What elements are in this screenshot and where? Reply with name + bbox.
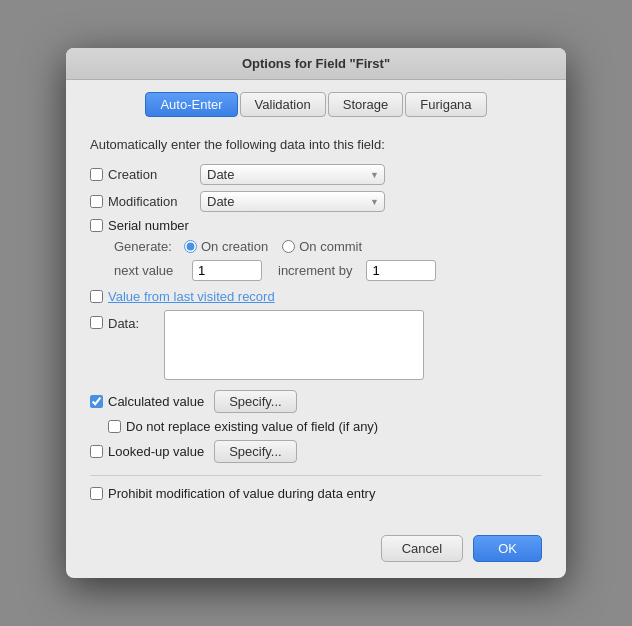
ok-button[interactable]: OK bbox=[473, 535, 542, 562]
button-row: Cancel OK bbox=[66, 529, 566, 578]
modification-select-wrapper: Date Time Timestamp bbox=[200, 191, 385, 212]
visited-checkbox[interactable] bbox=[90, 290, 103, 303]
tab-furigana[interactable]: Furigana bbox=[405, 92, 486, 117]
calculated-value-row: Calculated value Specify... bbox=[90, 390, 542, 413]
do-not-replace-row: Do not replace existing value of field (… bbox=[90, 419, 542, 434]
modification-checkbox[interactable] bbox=[90, 195, 103, 208]
creation-select-wrapper: Date Time Timestamp bbox=[200, 164, 385, 185]
generate-row: Generate: On creation On commit bbox=[90, 239, 542, 254]
title-bar: Options for Field "First" bbox=[66, 48, 566, 80]
visited-label[interactable]: Value from last visited record bbox=[108, 289, 275, 304]
lookup-row: Looked-up value Specify... bbox=[90, 440, 542, 463]
content-area: Automatically enter the following data i… bbox=[66, 127, 566, 529]
tab-auto-enter[interactable]: Auto-Enter bbox=[145, 92, 237, 117]
do-not-replace-label[interactable]: Do not replace existing value of field (… bbox=[90, 419, 378, 434]
calculated-checkbox[interactable] bbox=[90, 395, 103, 408]
specify-calculated-button[interactable]: Specify... bbox=[214, 390, 297, 413]
divider bbox=[90, 475, 542, 476]
creation-row: Creation Date Time Timestamp bbox=[90, 164, 542, 185]
tab-validation[interactable]: Validation bbox=[240, 92, 326, 117]
data-textarea[interactable] bbox=[164, 310, 424, 380]
on-commit-radio-label[interactable]: On commit bbox=[282, 239, 362, 254]
next-value-row: next value increment by bbox=[90, 260, 542, 281]
data-row: Data: bbox=[90, 310, 542, 380]
lookup-checkbox-label[interactable]: Looked-up value bbox=[90, 444, 204, 459]
creation-checkbox-label[interactable]: Creation bbox=[90, 167, 200, 182]
dialog-title: Options for Field "First" bbox=[242, 56, 390, 71]
calculated-checkbox-label[interactable]: Calculated value bbox=[90, 394, 204, 409]
serial-number-row: Serial number bbox=[90, 218, 542, 233]
modification-label: Modification bbox=[108, 194, 177, 209]
serial-number-label[interactable]: Serial number bbox=[90, 218, 189, 233]
prohibit-row: Prohibit modification of value during da… bbox=[90, 486, 542, 501]
creation-label: Creation bbox=[108, 167, 157, 182]
section-description: Automatically enter the following data i… bbox=[90, 137, 542, 152]
modification-row: Modification Date Time Timestamp bbox=[90, 191, 542, 212]
generate-radio-group: On creation On commit bbox=[184, 239, 362, 254]
generate-label: Generate: bbox=[114, 239, 184, 254]
lookup-checkbox[interactable] bbox=[90, 445, 103, 458]
next-value-label: next value bbox=[114, 263, 184, 278]
specify-lookup-button[interactable]: Specify... bbox=[214, 440, 297, 463]
serial-number-checkbox[interactable] bbox=[90, 219, 103, 232]
do-not-replace-checkbox[interactable] bbox=[108, 420, 121, 433]
increment-by-input[interactable] bbox=[366, 260, 436, 281]
visited-row: Value from last visited record bbox=[90, 289, 542, 304]
data-checkbox[interactable] bbox=[90, 316, 103, 329]
options-dialog: Options for Field "First" Auto-Enter Val… bbox=[66, 48, 566, 578]
creation-checkbox[interactable] bbox=[90, 168, 103, 181]
creation-date-select[interactable]: Date Time Timestamp bbox=[200, 164, 385, 185]
data-label: Data: bbox=[108, 313, 158, 331]
cancel-button[interactable]: Cancel bbox=[381, 535, 463, 562]
tab-storage[interactable]: Storage bbox=[328, 92, 404, 117]
modification-date-select[interactable]: Date Time Timestamp bbox=[200, 191, 385, 212]
visited-checkbox-label[interactable]: Value from last visited record bbox=[90, 289, 275, 304]
next-value-input[interactable] bbox=[192, 260, 262, 281]
prohibit-checkbox[interactable] bbox=[90, 487, 103, 500]
on-creation-radio[interactable] bbox=[184, 240, 197, 253]
tabs-bar: Auto-Enter Validation Storage Furigana bbox=[66, 80, 566, 127]
increment-by-label: increment by bbox=[278, 263, 352, 278]
on-commit-radio[interactable] bbox=[282, 240, 295, 253]
modification-checkbox-label[interactable]: Modification bbox=[90, 194, 200, 209]
on-creation-radio-label[interactable]: On creation bbox=[184, 239, 268, 254]
data-checkbox-label[interactable]: Data: bbox=[90, 310, 158, 331]
prohibit-checkbox-label[interactable]: Prohibit modification of value during da… bbox=[90, 486, 375, 501]
